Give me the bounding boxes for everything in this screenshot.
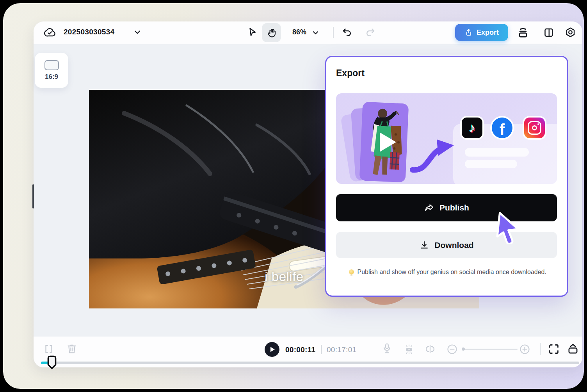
- play-icon: [269, 346, 275, 353]
- seek-bar-track[interactable]: [41, 362, 579, 364]
- time-divider: [321, 345, 322, 354]
- undo-icon[interactable]: [341, 27, 353, 38]
- aspect-ratio-badge[interactable]: 16:9: [35, 53, 68, 88]
- promo-video-cards: [336, 93, 461, 184]
- hand-tool-button[interactable]: [262, 23, 281, 42]
- export-tip: Publish and show off your genius on soci…: [346, 267, 550, 277]
- pointer-cursor-icon: [494, 212, 522, 244]
- chevron-down-icon[interactable]: [134, 30, 141, 35]
- aspect-ratio-label: 16:9: [45, 73, 58, 81]
- download-button-label: Download: [434, 241, 473, 250]
- share-forward-icon: [424, 203, 434, 213]
- export-promo-banner: ♪ f: [336, 93, 557, 184]
- playhead-handle[interactable]: [46, 355, 57, 369]
- placeholder-bar: [465, 148, 529, 157]
- current-time: 00:00:11: [285, 346, 315, 354]
- select-tool-icon[interactable]: [246, 27, 257, 37]
- chevron-down-icon[interactable]: [312, 30, 319, 36]
- project-title[interactable]: 202503030534: [64, 28, 114, 36]
- mic-icon[interactable]: [381, 342, 393, 355]
- tracks-icon[interactable]: [517, 27, 529, 39]
- timeline-zoom-slider-handle[interactable]: [462, 347, 465, 351]
- hand-tool-icon: [266, 27, 277, 38]
- settings-icon[interactable]: [564, 27, 576, 39]
- split-clip-icon[interactable]: [424, 344, 436, 355]
- bottombar-divider: [540, 343, 541, 355]
- app-root: { "header": { "project_title": "20250303…: [0, 0, 587, 392]
- trim-icon[interactable]: [43, 344, 54, 355]
- download-icon: [419, 240, 429, 250]
- download-button[interactable]: Download: [336, 232, 557, 258]
- publish-button-label: Publish: [439, 203, 469, 212]
- export-button[interactable]: Export: [455, 24, 508, 41]
- panel-drag-handle[interactable]: [32, 184, 34, 208]
- redo-icon[interactable]: [365, 27, 376, 38]
- play-button[interactable]: [265, 342, 279, 357]
- placeholder-bar: [465, 160, 517, 168]
- voice-effect-icon[interactable]: [403, 343, 415, 355]
- export-dialog-title: Export: [336, 68, 365, 78]
- cloud-sync-icon: [44, 27, 55, 39]
- instagram-icon: [524, 118, 545, 138]
- export-dialog: Export: [325, 56, 568, 297]
- aspect-ratio-icon: [44, 60, 59, 70]
- trash-icon[interactable]: [66, 343, 77, 355]
- timeline-zoom-slider[interactable]: [462, 349, 518, 350]
- export-tip-text: Publish and show off your genius on soci…: [357, 269, 546, 275]
- facebook-icon: f: [492, 118, 512, 138]
- lightbulb-icon: [349, 269, 354, 274]
- zoom-out-icon[interactable]: [447, 344, 457, 355]
- tiktok-icon: ♪: [462, 118, 482, 138]
- total-duration: 00:17:01: [327, 346, 356, 354]
- fullscreen-icon[interactable]: [548, 343, 560, 355]
- publish-button[interactable]: Publish: [336, 194, 557, 221]
- upload-icon: [464, 28, 473, 37]
- zoom-in-icon[interactable]: [519, 344, 530, 355]
- export-frame-icon[interactable]: [567, 342, 579, 355]
- export-button-label: Export: [477, 29, 499, 37]
- split-view-icon[interactable]: [543, 27, 554, 38]
- toolbar-divider: [333, 27, 334, 38]
- zoom-level-value[interactable]: 86%: [292, 28, 306, 36]
